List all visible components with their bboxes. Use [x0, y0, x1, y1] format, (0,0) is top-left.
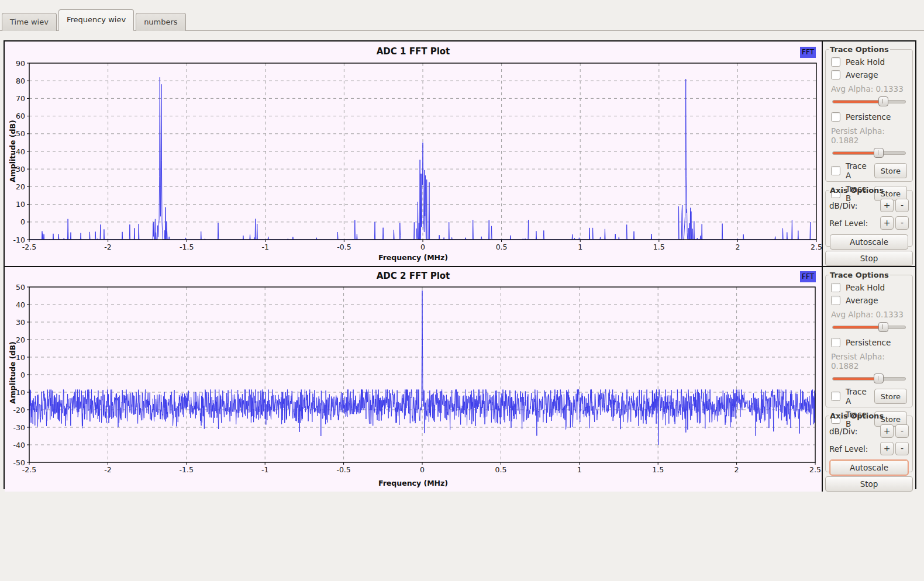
ref-level-row-2: Ref Level: + -: [829, 442, 909, 455]
svg-text:0: 0: [420, 243, 425, 251]
persist-alpha-label-2: Persist Alpha: 0.1882: [831, 352, 907, 371]
trace-a-row-2: Trace A Store: [831, 387, 907, 406]
trace-a-checkbox-1[interactable]: Trace A: [831, 161, 874, 180]
store-trace-a-button-2[interactable]: Store: [874, 389, 907, 404]
svg-text:-50: -50: [13, 458, 25, 467]
axis-options-title-1: Axis Options: [829, 186, 885, 195]
store-trace-a-button-1[interactable]: Store: [874, 163, 907, 178]
adc2-y-axis-label: Amplitude (dB): [8, 287, 18, 459]
slider-handle[interactable]: [878, 322, 888, 332]
tab-bar: Time wiev Frequency wiev numbers: [0, 0, 924, 31]
checkbox-icon: [831, 283, 840, 292]
adc1-fft-plot-canvas[interactable]: -2.5-2-1.5-1-0.500.511.522.5908070605040…: [5, 42, 822, 266]
average-label: Average: [846, 70, 878, 79]
tab-numbers[interactable]: numbers: [136, 13, 186, 31]
svg-text:1.5: 1.5: [652, 465, 664, 474]
svg-text:0: 0: [420, 465, 425, 474]
stop-button-1[interactable]: Stop: [825, 251, 913, 266]
svg-text:-0.5: -0.5: [336, 465, 350, 474]
peak-hold-label: Peak Hold: [846, 283, 885, 292]
application-window: Time wiev Frequency wiev numbers -2.5-2-…: [0, 0, 924, 581]
checkbox-icon: [831, 338, 840, 347]
ref-level-increase-button-1[interactable]: +: [880, 216, 894, 230]
slider-fill: [833, 326, 884, 328]
fft-legend-badge-1[interactable]: FFT: [800, 47, 816, 58]
avg-alpha-slider-2[interactable]: [832, 322, 906, 331]
svg-text:0: 0: [20, 217, 25, 226]
checkbox-icon: [831, 166, 840, 175]
slider-handle[interactable]: [878, 96, 888, 106]
checkbox-icon: [831, 57, 840, 67]
avg-alpha-label-1: Avg Alpha: 0.1333: [831, 84, 907, 94]
checkbox-icon: [831, 112, 840, 122]
adc1-plot-title: ADC 1 FFT Plot: [5, 46, 822, 57]
adc1-x-axis-label: Frequency (MHz): [5, 253, 822, 262]
slider-handle[interactable]: [874, 148, 884, 158]
svg-text:-1.5: -1.5: [180, 243, 194, 251]
avg-alpha-label-2: Avg Alpha: 0.1333: [831, 310, 907, 319]
db-div-decrease-button-1[interactable]: -: [895, 199, 909, 212]
adc2-options-panel: Trace Options Peak Hold Average Avg Alph…: [822, 267, 915, 492]
db-div-increase-button-1[interactable]: +: [880, 199, 894, 212]
svg-text:0.5: 0.5: [495, 465, 506, 474]
avg-alpha-slider-1[interactable]: [832, 96, 906, 106]
svg-text:-1.5: -1.5: [180, 465, 194, 474]
peak-hold-label: Peak Hold: [846, 57, 885, 67]
fft-legend-badge-2[interactable]: FFT: [800, 271, 816, 282]
slider-handle[interactable]: [874, 374, 884, 383]
peak-hold-checkbox-1[interactable]: Peak Hold: [831, 57, 907, 67]
adc2-x-axis-label: Frequency (MHz): [5, 479, 822, 487]
adc2-plot-title: ADC 2 FFT Plot: [5, 271, 822, 281]
average-checkbox-1[interactable]: Average: [831, 70, 907, 79]
svg-text:1: 1: [577, 465, 582, 474]
average-label: Average: [846, 296, 878, 305]
tab-time-wiev[interactable]: Time wiev: [2, 13, 57, 31]
checkbox-icon: [831, 70, 840, 79]
checkbox-icon: [831, 392, 840, 401]
svg-text:2.5: 2.5: [809, 465, 821, 474]
adc2-fft-plot-canvas[interactable]: -2.5-2-1.5-1-0.500.511.522.550403020100-…: [5, 267, 822, 492]
ref-level-row-1: Ref Level: + -: [829, 216, 909, 230]
svg-text:0: 0: [20, 371, 25, 379]
axis-options-title-2: Axis Options: [829, 411, 885, 420]
ref-level-decrease-button-2[interactable]: -: [895, 442, 909, 455]
ref-level-label: Ref Level:: [829, 444, 868, 454]
ref-level-decrease-button-1[interactable]: -: [895, 216, 909, 230]
tab-frequency-wiev[interactable]: Frequency wiev: [58, 9, 134, 31]
adc2-fft-plot-region: -2.5-2-1.5-1-0.500.511.522.550403020100-…: [5, 267, 822, 492]
persistence-checkbox-2[interactable]: Persistence: [831, 338, 907, 347]
slider-fill: [833, 101, 884, 103]
ref-level-label: Ref Level:: [829, 219, 868, 228]
persist-alpha-label-1: Persist Alpha: 0.1882: [831, 126, 907, 145]
svg-text:-1: -1: [261, 465, 268, 474]
persist-alpha-slider-1[interactable]: [832, 148, 906, 157]
db-div-label: dB/Div:: [829, 201, 857, 210]
trace-a-checkbox-2[interactable]: Trace A: [831, 387, 874, 406]
persistence-checkbox-1[interactable]: Persistence: [831, 112, 907, 122]
average-checkbox-2[interactable]: Average: [831, 296, 907, 305]
db-div-increase-button-2[interactable]: +: [880, 424, 894, 438]
trace-a-row-1: Trace A Store: [831, 161, 907, 180]
trace-options-title-2: Trace Options: [829, 271, 890, 279]
persistence-label: Persistence: [846, 338, 891, 347]
persist-alpha-slider-2[interactable]: [832, 374, 906, 383]
trace-a-label: Trace A: [846, 387, 874, 406]
db-div-label: dB/Div:: [829, 427, 857, 436]
svg-text:2.5: 2.5: [811, 243, 822, 251]
svg-text:0.5: 0.5: [496, 243, 508, 251]
svg-text:2: 2: [735, 465, 739, 474]
slider-fill: [833, 378, 879, 380]
trace-options-group-1: Trace Options Peak Hold Average Avg Alph…: [825, 45, 913, 182]
ref-level-increase-button-2[interactable]: +: [880, 442, 894, 455]
autoscale-button-1[interactable]: Autoscale: [830, 234, 908, 250]
svg-text:-1: -1: [262, 243, 269, 251]
stop-button-2[interactable]: Stop: [825, 476, 913, 492]
svg-text:-2: -2: [104, 243, 111, 251]
svg-text:-0.5: -0.5: [337, 243, 351, 251]
db-div-decrease-button-2[interactable]: -: [895, 424, 909, 438]
adc1-fft-plot-region: -2.5-2-1.5-1-0.500.511.522.5908070605040…: [5, 42, 822, 266]
peak-hold-checkbox-2[interactable]: Peak Hold: [831, 283, 907, 292]
autoscale-button-2[interactable]: Autoscale: [830, 460, 908, 475]
svg-text:1.5: 1.5: [653, 243, 665, 251]
adc1-y-axis-label: Amplitude (dB): [8, 63, 18, 240]
